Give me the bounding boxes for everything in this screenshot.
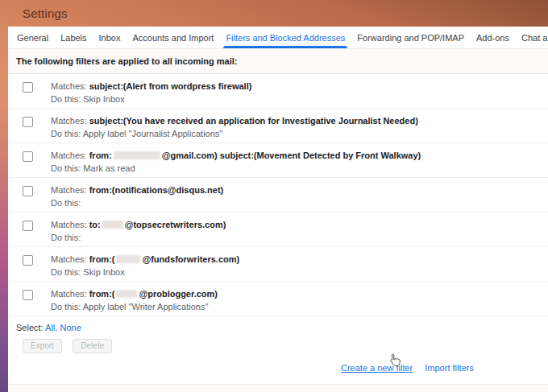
select-all-link[interactable]: All [45,323,55,332]
filter-row: Matches: from:(notifications@disqus.net)… [8,178,548,213]
filter-action-line: Do this: Skip Inbox [51,93,251,105]
tab-labels[interactable]: Labels [60,27,87,48]
filter-matches-line: Matches: from:(notifications@disqus.net) [51,184,223,196]
filter-row: Matches: subject:(Alert from wordpress f… [8,74,548,109]
redacted-text [102,221,123,229]
filter-row: Matches: from:@gmail.com) subject:(Movem… [8,143,548,178]
filter-matches-line: Matches: from:(@problogger.com) [51,287,218,300]
select-none-link[interactable]: None [60,323,81,332]
select-label: Select: [16,323,44,332]
filter-row: Matches: to:@topsecretwriters.com)Do thi… [8,213,548,247]
filter-text: Matches: from:(@problogger.com)Do this: … [51,287,218,313]
filter-matches-line: Matches: subject:(Alert from wordpress f… [51,80,251,93]
filter-text: Matches: from:(@fundsforwriters.com)Do t… [51,253,239,279]
redacted-text [114,151,160,159]
filter-buttons-row: Export Delete [8,332,548,353]
select-row: Select: All, None [8,316,548,332]
filter-text: Matches: from:(notifications@disqus.net)… [51,184,223,209]
page-title: Settings [23,6,68,20]
redacted-text [116,290,137,298]
filter-checkbox[interactable] [23,82,33,93]
filter-checkbox[interactable] [23,221,33,231]
filter-links-row: Create a new filter Import filters [8,363,548,373]
filter-text: Matches: subject:(You have received an a… [51,114,418,140]
filter-action-line: Do this: Skip Inbox [51,266,239,279]
tab-chat-and-meet[interactable]: Chat and Meet [521,27,548,48]
filter-checkbox[interactable] [23,186,33,196]
filter-row: Matches: from:(@fundsforwriters.com)Do t… [8,247,548,282]
tab-filters-and-blocked-addresses[interactable]: Filters and Blocked Addresses [225,27,346,48]
filter-action-line: Do this: Apply label "Journalist Applica… [51,127,418,140]
delete-button[interactable]: Delete [73,339,112,353]
import-filters-link[interactable]: Import filters [425,363,474,373]
filter-matches-line: Matches: subject:(You have received an a… [51,114,418,127]
filter-checkbox[interactable] [23,290,33,300]
settings-panel: GeneralLabelsInboxAccounts and ImportFil… [8,27,548,392]
tab-accounts-and-import[interactable]: Accounts and Import [131,27,214,48]
filter-matches-line: Matches: to:@topsecretwriters.com) [51,218,226,231]
filter-text: Matches: from:@gmail.com) subject:(Movem… [51,149,421,175]
blocked-section-heading: The following email addresses are blocke… [8,384,548,392]
filter-action-line: Do this: [51,231,226,244]
settings-tabbar: GeneralLabelsInboxAccounts and ImportFil… [8,27,548,48]
filter-row: Matches: subject:(You have received an a… [8,109,548,143]
export-button[interactable]: Export [23,339,62,353]
filter-text: Matches: subject:(Alert from wordpress f… [51,80,251,105]
filter-action-line: Do this: [51,196,223,209]
filter-text: Matches: to:@topsecretwriters.com)Do thi… [51,218,226,244]
filters-section-heading: The following filters are applied to all… [8,48,548,74]
filter-matches-line: Matches: from:(@fundsforwriters.com) [51,253,239,266]
create-new-filter-link[interactable]: Create a new filter [341,363,413,373]
filter-action-line: Do this: Mark as read [51,162,421,175]
cursor-icon [389,353,401,371]
filter-checkbox[interactable] [23,151,33,162]
filter-matches-line: Matches: from:@gmail.com) subject:(Movem… [51,149,421,162]
filter-action-line: Do this: Apply label "Writer Application… [51,300,218,313]
filter-checkbox[interactable] [23,117,33,127]
filter-list: Matches: subject:(Alert from wordpress f… [8,74,548,316]
tab-add-ons[interactable]: Add-ons [475,27,510,48]
blocked-section: The following email addresses are blocke… [8,384,548,392]
filter-row: Matches: from:(@problogger.com)Do this: … [8,282,548,316]
filter-checkbox[interactable] [23,255,33,266]
tab-forwarding-and-pop-imap[interactable]: Forwarding and POP/IMAP [356,27,465,48]
tab-general[interactable]: General [16,27,49,48]
tab-inbox[interactable]: Inbox [98,27,122,48]
redacted-text [116,255,140,263]
